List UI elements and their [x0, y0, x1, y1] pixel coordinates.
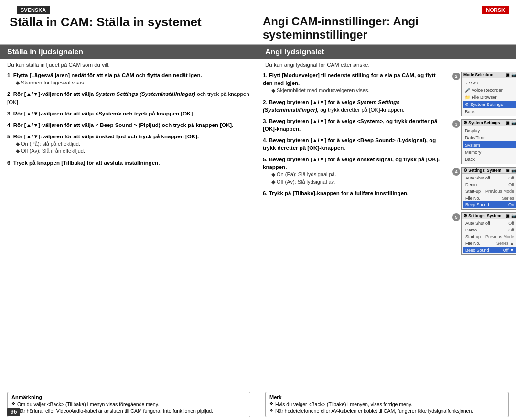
- screen3-item-back: Back: [463, 156, 516, 163]
- screen-mockup-3: ⚙ System Settings ▣📷 Display Date/Time S…: [461, 119, 516, 164]
- right-intro: Du kan angi lydsignal for CAM etter ønsk…: [258, 59, 516, 70]
- norsk-badge: NORSK: [482, 6, 509, 14]
- note-box-left: Anmärkning Om du väljer <Back> (Tillbaka…: [7, 392, 250, 417]
- screen5-row-beepsound: Beep SoundOff ▼: [463, 247, 516, 253]
- screen4-row-demo: DemoOff: [463, 181, 516, 188]
- step-left-3: 3. Rör [▲/▼]-väljaren för att välja <Sys…: [7, 110, 250, 117]
- note-left-1: Om du väljer <Back> (Tillbaka) i menyn v…: [11, 401, 246, 407]
- screen3-item-display: Display: [463, 127, 516, 134]
- step-left-6: 6. Tryck på knappen [Tillbaka] för att a…: [7, 159, 250, 167]
- step-right-5: 5. Beveg bryteren [▲/▼] for å velge ønsk…: [263, 156, 444, 186]
- screen-num-3: 3: [452, 120, 460, 128]
- screen3-item-memory: Memory: [463, 148, 516, 156]
- screen-num-2: 2: [452, 73, 460, 80]
- screen2-item-file: 📁 File Browser: [463, 94, 516, 101]
- screen-3-wrapper: 3 ⚙ System Settings ▣📷 Display Date/Time: [461, 119, 512, 164]
- screen-5-wrapper: 5 ⚙ Settings: System ▣📷 Auto Shut offO: [461, 212, 512, 255]
- step-right-4: 4. Beveg bryteren [▲/▼] for å velge <Bee…: [263, 136, 444, 152]
- screen2-title: Mode Selection: [463, 73, 493, 77]
- left-section-header: Ställa in ljudsignalen: [0, 45, 258, 59]
- screen-mockup-5: ⚙ Settings: System ▣📷 Auto Shut offOff: [461, 212, 516, 255]
- screen-num-5: 5: [452, 213, 460, 221]
- right-main-title: Angi CAM-innstillinger: Angi systeminnst…: [258, 14, 516, 44]
- screen4-row-beepsound: Beep SoundOn: [463, 201, 516, 208]
- right-section-header: Angi lydsignalet: [258, 45, 516, 59]
- screen4-row-autoshutoff: Auto Shut offOff: [463, 175, 516, 181]
- note-left-2: När hörlurar eller Video/Audio-kabel är …: [11, 408, 246, 414]
- screen5-title: ⚙ Settings: System: [463, 213, 501, 218]
- screen5-row-demo: DemoOff: [463, 227, 516, 233]
- screen4-row-fileno: File No.Series: [463, 195, 516, 201]
- step-right-6: 6. Trykk på [Tilbake]-knappen for å full…: [263, 189, 444, 197]
- svenska-badge: SVENSKA: [17, 6, 50, 14]
- screen-2-wrapper: 2 Mode Selection ▣📷 ♪ MP3: [461, 72, 512, 116]
- left-intro: Du kan ställa in ljudet på CAM som du vi…: [0, 59, 258, 70]
- screen3-title: ⚙ System Settings: [463, 120, 500, 125]
- step-left-5: 5. Rör [▲/▼]-väljaren för att välja önsk…: [7, 133, 250, 155]
- screen3-item-datetime: Date/Time: [463, 134, 516, 141]
- screen2-item-mp3: ♪ MP3: [463, 79, 516, 86]
- screen2-item-voice: 🎤 Voice Recorder: [463, 86, 516, 94]
- note-right-2: Når hodetelefonene eller AV-kabelen er k…: [269, 408, 505, 414]
- step-left-2: 2. Rör [▲/▼]-väljaren för att välja Syst…: [7, 90, 250, 105]
- note-title-right: Merk: [269, 394, 505, 400]
- note-title-left: Anmärkning: [11, 394, 246, 400]
- left-main-title: Ställa in CAM: Ställa in systemet: [0, 14, 258, 32]
- screen-num-4: 4: [452, 168, 460, 176]
- screen3-item-system: System: [463, 141, 516, 148]
- note-right-1: Hvis du velger <Back> (Tilbake) i menyen…: [269, 401, 505, 407]
- screen5-row-startup: Start-upPrevious Mode: [463, 233, 516, 240]
- screen-4-wrapper: 4 ⚙ Settings: System ▣📷 Auto Shut offO: [461, 167, 512, 210]
- screen-mockup-2: Mode Selection ▣📷 ♪ MP3 🎤 Voi: [461, 72, 516, 116]
- note-box-right: Merk Hvis du velger <Back> (Tilbake) i m…: [265, 392, 509, 417]
- screen5-row-autoshutoff: Auto Shut offOff: [463, 220, 516, 227]
- screen-mockup-4: ⚙ Settings: System ▣📷 Auto Shut offOff: [461, 167, 516, 210]
- step-left-4: 4. Rör [▲/▼]-väljaren för att välja < Be…: [7, 121, 250, 129]
- step-right-2: 2. Beveg bryteren [▲/▼] for å velge Syst…: [263, 98, 444, 114]
- screen5-row-fileno: File No.Series ▲: [463, 240, 516, 247]
- screen4-row-startup: Start-upPrevious Mode: [463, 188, 516, 195]
- screen4-title: ⚙ Settings: System: [463, 168, 501, 173]
- step-right-3: 3. Beveg bryteren [▲/▼] for å velge <Sys…: [263, 117, 444, 133]
- step-left-1: 1. Flytta [Lägesväljaren] nedåt för att …: [7, 72, 250, 86]
- step-right-1: 1. Flytt [Modusvelger] til nederste stil…: [263, 72, 444, 94]
- screen2-item-system: ⚙ System Settings: [463, 101, 516, 108]
- page-number: 96: [7, 408, 20, 416]
- screen2-item-back: Back: [463, 108, 516, 115]
